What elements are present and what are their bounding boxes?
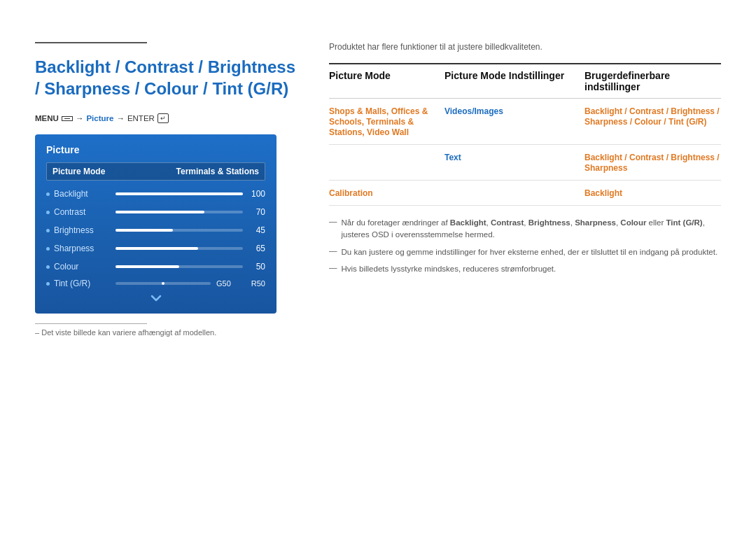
th-mode: Picture Mode <box>329 70 444 92</box>
note-item-2: ― Du kan justere og gemme indstillinger … <box>329 246 721 258</box>
note-rule-left <box>35 323 147 324</box>
param-backlight: Backlight <box>54 189 110 199</box>
bruger-value-3: Backlight <box>584 188 622 198</box>
osd-box: Picture Picture Mode Terminals & Station… <box>35 134 276 314</box>
menu-icon-box <box>62 116 73 122</box>
param-brightness: Brightness <box>54 225 110 235</box>
indstilling-value-2: Text <box>444 153 461 162</box>
dot-backlight <box>46 192 50 196</box>
value-contrast: 70 <box>248 207 265 217</box>
dot-contrast <box>46 211 50 214</box>
mode-value-3: Calibration <box>329 188 373 198</box>
osd-mode-row: Picture Mode Terminals & Stations <box>46 162 265 181</box>
note-body-3: Hvis billedets lysstyrke mindskes, reduc… <box>342 263 556 275</box>
fill-contrast <box>115 211 204 213</box>
table-header: Picture Mode Picture Mode Indstillinger … <box>329 64 721 99</box>
note-below-text: Det viste billede kan variere afhængigt … <box>41 328 216 337</box>
tint-left: G50 <box>216 279 231 288</box>
osd-slider-backlight: Backlight 100 <box>46 188 265 200</box>
value-sharpness: 65 <box>248 244 265 253</box>
param-sharpness: Sharpness <box>54 244 110 253</box>
osd-mode-label: Picture Mode <box>52 167 105 176</box>
note-below-osd: – Det viste billede kan variere afhængig… <box>35 328 301 337</box>
osd-mode-value: Terminals & Stations <box>176 167 259 176</box>
value-brightness: 45 <box>248 225 265 235</box>
td-bruger-1: Backlight / Contrast / Brightness / Shar… <box>584 106 721 127</box>
td-mode-3: Calibration <box>329 188 444 198</box>
left-panel: Backlight / Contrast / Brightness / Shar… <box>35 42 301 337</box>
track-colour <box>115 265 243 268</box>
fill-sharpness <box>115 247 198 250</box>
notes-section: ― Når du foretager ændringer af Backligh… <box>329 217 721 275</box>
tint-right: R50 <box>251 279 265 288</box>
note-item-1: ― Når du foretager ændringer af Backligh… <box>329 217 721 241</box>
bruger-value-1: Backlight / Contrast / Brightness / Shar… <box>584 106 720 127</box>
param-contrast: Contrast <box>54 207 110 217</box>
enter-label: ENTER <box>127 114 155 122</box>
osd-slider-contrast: Contrast 70 <box>46 206 265 218</box>
td-mode-1: Shops & Malls, Offices & Schools, Termin… <box>329 106 444 137</box>
table-row-3: Calibration Backlight <box>329 181 721 206</box>
table-row-1: Shops & Malls, Offices & Schools, Termin… <box>329 99 721 145</box>
note-dash-3: ― <box>329 263 337 272</box>
th-indstilling: Picture Mode Indstillinger <box>444 70 584 92</box>
page-title: Backlight / Contrast / Brightness / Shar… <box>35 56 301 99</box>
track-contrast <box>115 211 243 213</box>
param-colour: Colour <box>54 262 110 272</box>
fill-tint <box>162 282 164 285</box>
td-bruger-3: Backlight <box>584 188 721 198</box>
note-dash-left: – <box>35 328 39 337</box>
right-intro: Produktet har flere funktioner til at ju… <box>329 42 721 52</box>
arrow2: → <box>116 114 125 122</box>
right-panel: Produktet har flere funktioner til at ju… <box>329 42 721 337</box>
osd-slider-brightness: Brightness 45 <box>46 224 265 237</box>
menu-label: MENU <box>35 114 59 122</box>
td-bruger-2: Backlight / Contrast / Brightness / Shar… <box>584 152 721 173</box>
table-row-2: Text Backlight / Contrast / Brightness /… <box>329 145 721 181</box>
value-colour: 50 <box>248 262 265 272</box>
osd-slider-sharpness: Sharpness 65 <box>46 242 265 255</box>
menu-instruction: MENU → Picture → ENTER ↵ <box>35 113 301 123</box>
fill-colour <box>115 265 179 268</box>
bruger-value-2: Backlight / Contrast / Brightness / Shar… <box>584 153 720 173</box>
enter-icon-box: ↵ <box>158 113 169 123</box>
value-backlight: 100 <box>248 189 265 199</box>
note-dash-1: ― <box>329 217 337 225</box>
th-bruger: Brugerdefinerbare indstillinger <box>584 70 721 92</box>
note-item-3: ― Hvis billedets lysstyrke mindskes, red… <box>329 263 721 275</box>
osd-sliders: Backlight 100 Contrast 70 <box>46 188 265 288</box>
td-indstilling-1: Videos/Images <box>444 106 584 116</box>
dot-brightness <box>46 229 50 232</box>
track-backlight <box>115 192 243 195</box>
note-dash-2: ― <box>329 246 337 255</box>
dot-colour <box>46 265 50 269</box>
param-tint: Tint (G/R) <box>54 279 110 288</box>
osd-title: Picture <box>46 144 265 155</box>
top-rule <box>35 42 147 43</box>
track-brightness <box>115 229 243 232</box>
picture-link: Picture <box>86 114 113 122</box>
tint-values: G50 R50 <box>216 279 265 288</box>
note-body-1: Når du foretager ændringer af Backlight,… <box>342 217 722 241</box>
arrow1: → <box>76 114 84 122</box>
dot-sharpness <box>46 247 50 251</box>
osd-chevron <box>46 293 265 304</box>
dot-tint <box>46 282 50 286</box>
track-sharpness <box>115 247 243 250</box>
track-tint <box>115 282 211 285</box>
osd-tint-row: Tint (G/R) G50 R50 <box>46 279 265 288</box>
osd-slider-colour: Colour 50 <box>46 260 265 273</box>
note-body-2: Du kan justere og gemme indstillinger fo… <box>342 246 718 258</box>
mode-value-1: Shops & Malls, Offices & Schools, Termin… <box>329 106 428 137</box>
indstilling-value-1: Videos/Images <box>444 106 503 116</box>
fill-brightness <box>115 229 173 232</box>
fill-backlight <box>115 192 243 195</box>
td-indstilling-2: Text <box>444 152 584 162</box>
